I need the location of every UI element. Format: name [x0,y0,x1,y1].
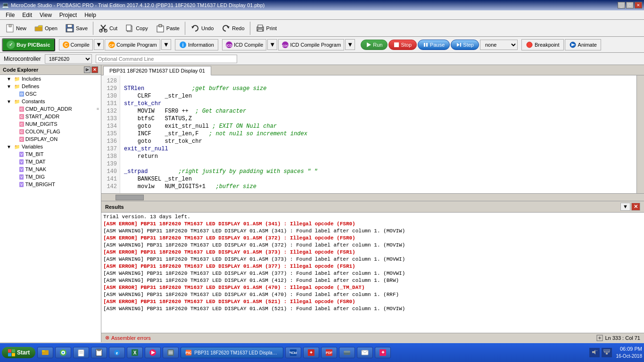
sidebar-item-colon-flag[interactable]: C COLON_FLAG [0,128,101,135]
taskbar-microcode[interactable]: PIC PBP31 18F2620 TM1637 LED Display 01.… [181,347,283,358]
sidebar-pin-button[interactable]: ⊳ [84,66,91,73]
menu-view[interactable]: View [36,11,56,19]
command-line-input[interactable] [96,55,237,63]
app-icon: 💻 [2,2,9,8]
maximize-button[interactable]: □ [626,2,634,8]
volume-icon[interactable] [591,349,598,355]
tab-main-file[interactable]: PBP31 18F2620 TM1637 LED Display 01 [103,66,211,75]
sidebar-item-constants[interactable]: ▼ 📁 Constants [0,98,101,105]
information-button[interactable]: i Information [175,39,218,50]
sidebar-item-defines[interactable]: ▼ 📁 Defines [0,82,101,90]
sidebar-item-includes[interactable]: ▼ 📁 Includes [0,75,101,82]
buy-picbasic-button[interactable]: ✓ Buy PICBasic [2,38,55,51]
editor-scrollbar[interactable] [636,75,644,193]
compile-button[interactable]: C Compile [59,39,93,50]
results-header: Results ▼ ✕ [101,201,644,213]
step-button[interactable]: Step [451,40,479,50]
animate-button[interactable]: Animate [565,39,601,50]
svg-text:ICDC: ICDC [282,44,289,47]
results-title: Results [105,204,124,210]
sidebar-item-label: Defines [22,83,39,89]
taskbar-media[interactable] [145,347,161,358]
cut-icon [99,24,108,33]
compile-program-button[interactable]: CP Compile Program [105,39,160,50]
results-close[interactable]: ✕ [631,203,640,211]
menu-edit[interactable]: Edit [18,11,36,19]
menu-help[interactable]: Help [81,11,100,19]
taskbar-notepad[interactable] [91,347,107,358]
copy-button[interactable]: Copy [122,22,151,35]
taskbar-puzzle[interactable]: ✦ [375,347,391,358]
svg-marker-28 [367,42,371,47]
taskbar-pdf[interactable]: PDF [321,347,337,358]
line-num: 138 [101,153,120,160]
expand-icon: ▼ [6,98,12,105]
run-button[interactable]: Run [361,40,388,50]
sidebar-close-button[interactable]: ✕ [91,66,98,73]
open-icon [34,24,43,33]
debug-select[interactable]: none [480,40,518,50]
microcontroller-select[interactable]: 18F2620 [45,54,92,64]
print-button[interactable]: Print [252,22,281,35]
sidebar-item-tm-dig[interactable]: V TM_DIG [0,173,101,181]
menu-file[interactable]: File [2,11,18,19]
taskbar-files[interactable] [73,347,89,358]
pause-button[interactable]: Pause [418,40,450,50]
new-button[interactable]: New [2,22,30,35]
svg-marker-77 [592,350,595,354]
breakpoint-button[interactable]: Breakpoint [521,39,564,50]
compile-icon: C [62,41,70,49]
sidebar-item-tm-bit[interactable]: V TM_BIT [0,150,101,158]
sidebar-item-start-addr[interactable]: C START_ADDR [0,113,101,120]
redo-button[interactable]: Redo [218,22,248,35]
taskbar-chrome[interactable] [55,347,71,358]
sidebar-item-tm-bright[interactable]: V TM_BRIGHT [0,181,101,188]
svg-rect-81 [603,350,610,351]
menu-project[interactable]: Project [56,11,81,19]
icd-compile-button[interactable]: ICD ICD Compile [222,39,266,50]
sidebar-item-osc[interactable]: D OSC [0,90,101,98]
results-dropdown[interactable]: ▼ [620,203,630,211]
svg-text:i: i [182,42,183,48]
taskbar-settings[interactable] [163,347,179,358]
sidebar-item-num-digits[interactable]: C NUM_DIGITS [0,120,101,128]
compile-dropdown[interactable]: ▼ [94,39,104,50]
icd-compile-program-dropdown[interactable]: ▼ [345,39,355,50]
taskbar-excel[interactable]: X [127,347,143,358]
horizontal-scrollbar[interactable] [101,193,644,201]
taskbar-explorer[interactable] [37,347,53,358]
define-icon: D [19,91,24,97]
save-button[interactable]: Save [62,22,91,35]
sidebar-item-display-on[interactable]: C DISPLAY_ON [0,135,101,143]
sidebar-item-variables[interactable]: ▼ 📁 Variables [0,143,101,150]
paste-button[interactable]: Paste [152,22,183,35]
code-line: goto exit_str_null ; EXIT ON Null char [124,123,633,130]
code-line: goto str_tok_chr [124,138,633,145]
taskbar-red-app[interactable]: ✦ [303,347,319,358]
print-icon [256,24,265,33]
taskbar-ie[interactable]: e [109,347,125,358]
sidebar-item-tm-dat[interactable]: V TM_DAT [0,158,101,165]
stop-button[interactable]: Stop [388,40,417,50]
icd-compile-program-button[interactable]: ICDC ICD Compile Program [278,39,344,50]
open-button[interactable]: Open [31,22,61,35]
undo-button[interactable]: Undo [187,22,217,35]
close-button[interactable]: ✕ [635,2,642,8]
code-editor[interactable]: 128 129 130 131 132 133 134 135 136 137 … [101,75,644,193]
taskbar-mail[interactable] [357,347,373,358]
cut-button[interactable]: Cut [95,22,121,35]
code-text[interactable]: STRlen ;get buffer usage size CLRF _str_… [120,75,636,193]
scroll-thumb[interactable] [116,195,144,200]
taskbar-pickit[interactable]: PICkit [285,347,301,358]
excel-icon: X [131,349,139,356]
sidebar-item-tm-nak[interactable]: V TM_NAK [0,165,101,173]
start-button[interactable]: Start [2,347,35,358]
compile-program-dropdown[interactable]: ▼ [161,39,171,50]
icd-compile-dropdown[interactable]: ▼ [267,39,277,50]
svg-text:PICkit: PICkit [289,351,297,354]
minimize-button[interactable]: _ [618,2,625,8]
taskbar-drive[interactable] [339,347,355,358]
folder-icon: 📁 [14,75,20,82]
network-area[interactable] [602,348,612,357]
sidebar-item-cmd-auto-addr[interactable]: C CMD_AUTO_ADDR ≡ [0,105,101,113]
